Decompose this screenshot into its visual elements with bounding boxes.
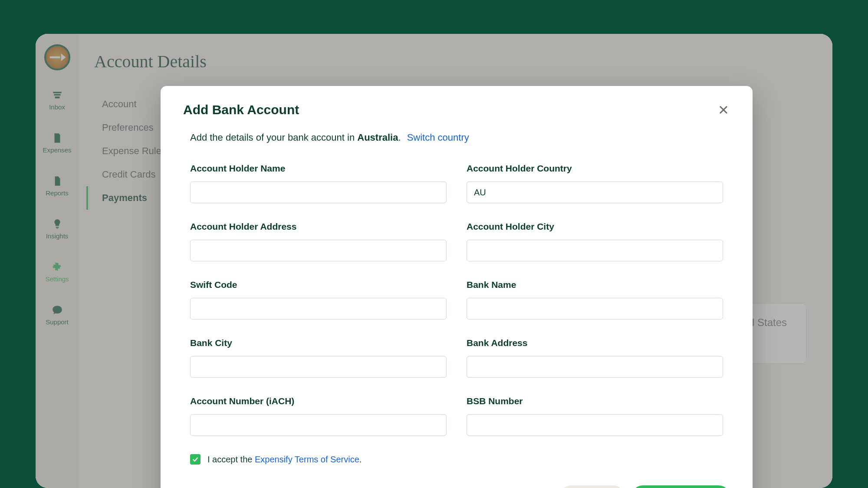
- add-bank-account-modal: Add Bank Account Add the details of your…: [161, 86, 753, 488]
- modal-body: Add the details of your bank account in …: [183, 132, 730, 465]
- field-label: Bank Address: [467, 338, 723, 348]
- previous-button[interactable]: Previous: [560, 485, 625, 488]
- field-swift-code: Swift Code: [190, 280, 447, 320]
- bank-name-input[interactable]: [467, 298, 723, 320]
- field-bank-name: Bank Name: [467, 280, 723, 320]
- account-holder-country-input[interactable]: [467, 181, 723, 203]
- terms-of-service-link[interactable]: Expensify Terms of Service: [255, 455, 359, 464]
- account-holder-name-input[interactable]: [190, 181, 447, 203]
- terms-row: I accept the Expensify Terms of Service.: [190, 454, 723, 465]
- modal-intro: Add the details of your bank account in …: [190, 132, 723, 143]
- check-icon: [192, 456, 199, 463]
- modal-header: Add Bank Account: [183, 102, 730, 117]
- field-account-holder-name: Account Holder Name: [190, 163, 447, 203]
- field-account-holder-city: Account Holder City: [467, 221, 723, 261]
- terms-checkbox[interactable]: [190, 454, 201, 465]
- field-label: Bank Name: [467, 280, 723, 290]
- terms-prefix: I accept the: [207, 455, 255, 464]
- swift-code-input[interactable]: [190, 298, 447, 320]
- field-label: Account Holder Address: [190, 221, 447, 232]
- switch-country-link[interactable]: Switch country: [407, 132, 469, 143]
- terms-text: I accept the Expensify Terms of Service.: [207, 455, 362, 465]
- field-account-holder-country: Account Holder Country: [467, 163, 723, 203]
- intro-country: Australia: [357, 132, 398, 143]
- intro-prefix: Add the details of your bank account in: [190, 132, 357, 143]
- terms-suffix: .: [359, 455, 362, 464]
- field-label: Account Holder Country: [467, 163, 723, 174]
- account-number-input[interactable]: [190, 414, 447, 436]
- bank-city-input[interactable]: [190, 356, 447, 378]
- field-label: BSB Number: [467, 396, 723, 406]
- field-label: Account Number (iACH): [190, 396, 447, 406]
- account-holder-address-input[interactable]: [190, 240, 447, 261]
- modal-title: Add Bank Account: [183, 102, 299, 117]
- bank-address-input[interactable]: [467, 356, 723, 378]
- close-button[interactable]: [717, 103, 730, 116]
- field-account-number: Account Number (iACH): [190, 396, 447, 436]
- account-holder-city-input[interactable]: [467, 240, 723, 261]
- field-label: Account Holder City: [467, 221, 723, 232]
- app-frame: Inbox Expenses Reports Insights Settings…: [36, 34, 832, 488]
- field-account-holder-address: Account Holder Address: [190, 221, 447, 261]
- field-bsb-number: BSB Number: [467, 396, 723, 436]
- field-label: Account Holder Name: [190, 163, 447, 174]
- field-bank-address: Bank Address: [467, 338, 723, 378]
- close-icon: [718, 105, 729, 115]
- intro-suffix: .: [398, 132, 401, 143]
- form-grid: Account Holder Name Account Holder Count…: [190, 163, 723, 436]
- footer-buttons: Previous Save & Continue: [560, 485, 730, 488]
- field-label: Bank City: [190, 338, 447, 348]
- save-continue-button[interactable]: Save & Continue: [631, 485, 730, 488]
- field-bank-city: Bank City: [190, 338, 447, 378]
- bsb-number-input[interactable]: [467, 414, 723, 436]
- field-label: Swift Code: [190, 280, 447, 290]
- modal-footer: Privacy Previous Save & Continue: [183, 485, 730, 488]
